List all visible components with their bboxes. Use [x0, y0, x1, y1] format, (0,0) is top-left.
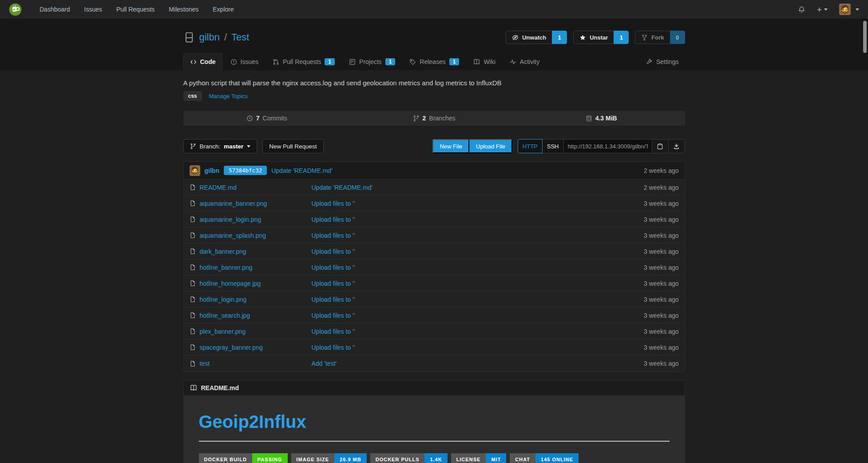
commit-author-avatar[interactable]: 🧔	[190, 165, 200, 176]
nav-dashboard[interactable]: Dashboard	[40, 6, 70, 13]
upload-file-button[interactable]: Upload File	[469, 139, 512, 153]
tab-code[interactable]: Code	[183, 53, 222, 70]
file-link[interactable]: hotline_login.png	[200, 296, 247, 303]
file-link[interactable]: spacegray_banner.png	[200, 344, 263, 351]
nav-issues[interactable]: Issues	[84, 6, 102, 13]
fork-button-group: Fork 0	[635, 31, 685, 44]
commit-author-link[interactable]: gilbn	[205, 167, 219, 174]
forks-count[interactable]: 0	[670, 31, 685, 44]
repo-name-link[interactable]: Test	[231, 32, 249, 43]
tab-wiki[interactable]: Wiki	[467, 54, 501, 70]
file-date: 3 weeks ago	[644, 360, 679, 367]
copy-url-button[interactable]	[652, 139, 669, 153]
notifications-bell-icon[interactable]	[798, 6, 805, 13]
badge-row: DOCKER BUILDPASSINGIMAGE SIZE26.9 MBDOCK…	[199, 453, 670, 463]
commit-message-link[interactable]: Update 'README.md'	[271, 167, 333, 174]
readme-body: Geoip2Influx DOCKER BUILDPASSINGIMAGE SI…	[184, 396, 685, 463]
readme-badge[interactable]: CHAT145 ONLINE	[510, 453, 579, 463]
fork-button[interactable]: Fork	[635, 31, 670, 44]
unstar-button[interactable]: Unstar	[573, 31, 614, 44]
file-commit-message-link[interactable]: Upload files to ''	[312, 264, 355, 271]
tab-issues-label: Issues	[241, 58, 258, 65]
unwatch-button[interactable]: Unwatch	[506, 31, 552, 44]
file-commit-message-link[interactable]: Upload files to ''	[312, 328, 355, 335]
commit-sha-badge[interactable]: 57384bfc32	[224, 166, 267, 175]
readme-divider	[199, 441, 670, 442]
file-link[interactable]: aquamarine_banner.png	[200, 200, 267, 207]
code-icon	[190, 59, 197, 65]
file-icon	[190, 280, 196, 287]
file-commit-message-link[interactable]: Upload files to ''	[312, 280, 355, 287]
readme-badge[interactable]: DOCKER PULLS1.4K	[370, 453, 448, 463]
new-file-button[interactable]: New File	[432, 139, 469, 153]
clipboard-icon	[657, 143, 663, 150]
file-link[interactable]: aquamarine_splash.png	[200, 232, 266, 239]
file-commit-message-link[interactable]: Add 'test'	[312, 360, 337, 367]
clone-url-input[interactable]	[563, 139, 652, 153]
file-icon	[190, 248, 196, 255]
download-archive-button[interactable]	[668, 139, 685, 153]
file-link[interactable]: dark_banner.png	[200, 248, 246, 255]
file-link[interactable]: README.md	[200, 184, 237, 191]
gitea-logo-icon[interactable]	[9, 3, 22, 16]
page-scrollbar[interactable]	[863, 21, 867, 53]
nav-explore[interactable]: Explore	[213, 6, 234, 13]
commits-stat[interactable]: 7 Commits	[183, 115, 351, 122]
readme-badge[interactable]: LICENSEMIT	[451, 453, 507, 463]
file-link[interactable]: hotline_homepage.jpg	[200, 280, 261, 287]
tab-issues[interactable]: Issues	[224, 54, 265, 70]
new-pull-request-button[interactable]: New Pull Request	[262, 139, 323, 153]
branches-label: Branches	[429, 115, 455, 122]
file-link[interactable]: test	[200, 360, 210, 367]
clock-icon	[246, 115, 253, 122]
tab-pull-requests-label: Pull Requests	[283, 58, 321, 65]
tab-releases-label: Releases	[420, 58, 445, 65]
size-stat[interactable]: 4.3 MiB	[518, 115, 685, 122]
file-commit-message-link[interactable]: Upload files to ''	[312, 296, 355, 303]
http-toggle-button[interactable]: HTTP	[518, 139, 543, 153]
file-commit-message-link[interactable]: Upload files to ''	[312, 344, 355, 351]
file-date: 3 weeks ago	[644, 344, 679, 351]
database-icon	[586, 115, 592, 122]
file-link[interactable]: aquamarine_login.png	[200, 216, 262, 223]
tab-settings[interactable]: Settings	[640, 54, 685, 70]
tab-wiki-label: Wiki	[484, 58, 495, 65]
ssh-toggle-button[interactable]: SSH	[542, 139, 564, 153]
nav-milestones[interactable]: Milestones	[169, 6, 198, 13]
table-row: testAdd 'test'3 weeks ago	[184, 355, 685, 371]
file-link[interactable]: hotline_search.jpg	[200, 312, 250, 319]
repo-stats-bar: 7 Commits 2 Branches	[183, 111, 685, 126]
badge-label: DOCKER PULLS	[370, 453, 425, 463]
tab-releases[interactable]: Releases 1	[403, 54, 465, 70]
file-commit-message-link[interactable]: Upload files to ''	[312, 200, 355, 207]
readme-badge[interactable]: IMAGE SIZE26.9 MB	[291, 453, 367, 463]
stars-count[interactable]: 1	[614, 31, 629, 44]
file-link[interactable]: hotline_banner.png	[200, 264, 253, 271]
user-menu[interactable]: 🧔	[839, 4, 859, 15]
file-commit-message-link[interactable]: Upload files to ''	[312, 232, 355, 239]
branch-selector[interactable]: Branch: master	[183, 139, 258, 153]
file-commit-message-link[interactable]: Upload files to ''	[312, 312, 355, 319]
branches-stat[interactable]: 2 Branches	[350, 115, 518, 122]
repo-owner-link[interactable]: gilbn	[199, 32, 220, 43]
table-row: hotline_homepage.jpgUpload files to ''3 …	[184, 275, 685, 291]
file-commit-message-link[interactable]: Update 'README.md'	[312, 184, 373, 191]
file-link[interactable]: plex_banner.png	[200, 328, 246, 335]
file-commit-message-link[interactable]: Upload files to ''	[312, 216, 355, 223]
file-date: 3 weeks ago	[644, 280, 679, 287]
pull-requests-count-badge: 1	[325, 58, 335, 65]
tab-activity[interactable]: Activity	[503, 54, 546, 70]
file-commit-message-link[interactable]: Upload files to ''	[312, 248, 355, 255]
table-row: hotline_banner.pngUpload files to ''3 we…	[184, 259, 685, 275]
watchers-count[interactable]: 1	[552, 31, 567, 44]
tab-settings-label: Settings	[656, 58, 679, 65]
badge-value: 1.4K	[424, 453, 447, 463]
tab-projects[interactable]: Projects 1	[343, 54, 401, 70]
tab-pull-requests[interactable]: Pull Requests 1	[266, 54, 341, 70]
nav-pull-requests[interactable]: Pull Requests	[116, 6, 155, 13]
manage-topics-link[interactable]: Manage Topics	[209, 93, 248, 100]
readme-badge[interactable]: DOCKER BUILDPASSING	[199, 453, 288, 463]
book-icon	[190, 384, 197, 391]
topic-tag-css[interactable]: css	[183, 91, 202, 101]
create-new-dropdown[interactable]: +	[817, 5, 828, 14]
